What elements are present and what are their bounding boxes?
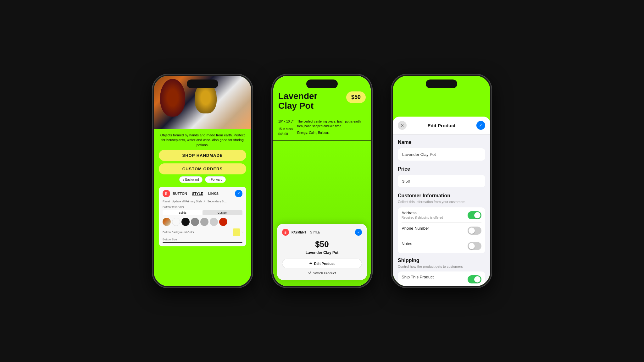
forward-label: Forward <box>211 178 223 181</box>
tab-links[interactable]: LINKS <box>208 192 219 195</box>
spec-stock: 15 in stock <box>278 127 293 132</box>
editor-panel: 🗑 BUTTON STYLE LINKS ✓ Reset Update all … <box>159 187 246 246</box>
customer-info-subtitle: Collect this information from your custo… <box>398 200 485 204</box>
tab-style[interactable]: STYLE <box>192 192 203 195</box>
swatch-gray3[interactable] <box>210 218 218 226</box>
payment-tab-payment[interactable]: PAYMENT <box>291 231 306 234</box>
swatch-brown[interactable] <box>163 218 171 226</box>
payment-delete-btn[interactable]: 🗑 <box>282 229 289 236</box>
product-desc-2: The perfect centering piece. Each pot is… <box>297 119 366 137</box>
ship-toggle[interactable] <box>468 275 481 283</box>
forward-button[interactable]: ↑ Forward <box>205 176 226 183</box>
button-text-color-label: Button Text Color <box>163 206 242 209</box>
edit-product-label: Edit Product <box>314 262 335 266</box>
name-section-label: Name <box>398 140 485 145</box>
backward-button[interactable]: ↓ Backward <box>179 176 203 183</box>
modal-save-button[interactable]: ✓ <box>476 121 485 130</box>
spec-size: 10" x 10.5" <box>278 119 293 124</box>
customer-info-label: Customer Information <box>398 193 485 199</box>
price-badge-2: $50 <box>346 91 366 103</box>
edit-product-button-2[interactable]: ✏ Edit Product <box>282 259 362 268</box>
confirm-button[interactable]: ✓ <box>235 190 242 197</box>
modal-body: Name Price Customer Information Collect … <box>393 134 490 286</box>
forward-icon: ↑ <box>208 178 210 181</box>
payment-product-name: Lavender Clay Pot <box>282 250 362 255</box>
phone-toggle-label: Phone Number <box>402 226 429 231</box>
product-specs: 10" x 10.5" 15 in stock $45.00 <box>278 119 293 137</box>
payment-panel: 🗑 PAYMENT STYLE ✓ $50 Lavender Clay Pot … <box>277 224 367 280</box>
reset-link[interactable]: Reset <box>163 200 170 203</box>
ship-toggle-label: Ship This Product <box>402 275 434 279</box>
payment-price: $50 <box>282 239 362 249</box>
notes-toggle[interactable] <box>468 242 481 250</box>
refresh-icon: ↺ <box>308 271 311 275</box>
backward-icon: ↓ <box>183 178 184 181</box>
update-primary-link[interactable]: Update all Primary Style ↗ <box>172 200 206 203</box>
bg-color-preview[interactable] <box>233 228 240 236</box>
switch-product-button[interactable]: ↺ Switch Product <box>282 271 362 275</box>
backward-label: Backward <box>185 178 199 181</box>
payment-tab-style[interactable]: STYLE <box>310 231 320 234</box>
tab-button[interactable]: BUTTON <box>173 192 187 195</box>
price-input[interactable] <box>398 175 485 187</box>
bg-color-label: Button Background Color <box>163 231 194 234</box>
button-size-slider[interactable] <box>163 242 242 243</box>
swatch-gray2[interactable] <box>200 218 208 226</box>
phone-1: Objects formed by hands and made from ea… <box>152 74 253 288</box>
edit-product-modal: ✕ Edit Product ✓ Name Price Customer Inf… <box>393 117 490 286</box>
price-section-label: Price <box>398 166 485 172</box>
swatch-white[interactable] <box>172 218 180 226</box>
solids-tab[interactable]: Solids <box>163 210 203 215</box>
address-toggle[interactable] <box>468 211 481 219</box>
dynamic-island-1 <box>187 80 218 88</box>
switch-product-label: Switch Product <box>313 271 336 275</box>
spec-price: $45.00 <box>278 132 293 137</box>
product-description-1: Objects formed by hands and made from ea… <box>159 133 246 147</box>
name-input[interactable] <box>398 148 485 161</box>
shop-handmade-button[interactable]: SHOP HANDMADE <box>159 150 246 161</box>
shipping-subtitle: Control how the product gets to customer… <box>398 265 485 268</box>
color-swatches <box>163 218 242 226</box>
product-description-text: The perfect centering piece. Each pot is… <box>297 119 366 129</box>
shipping-section-label: Shipping <box>398 258 485 263</box>
secondary-style-link[interactable]: Secondary St... <box>208 200 227 203</box>
dynamic-island-3 <box>426 80 457 88</box>
button-size-label: Button Size <box>163 238 242 241</box>
payment-confirm-btn[interactable]: ✓ <box>355 229 362 236</box>
modal-close-button[interactable]: ✕ <box>398 121 407 130</box>
address-toggle-label: Address <box>402 211 443 215</box>
product-energy: Energy: Calm, Bulbous <box>297 130 366 135</box>
swatch-red[interactable] <box>219 218 227 226</box>
delete-button[interactable]: 🗑 <box>163 190 170 197</box>
chevron-icon: › <box>242 231 242 234</box>
pencil-icon: ✏ <box>309 261 312 266</box>
phone-toggle[interactable] <box>468 227 481 235</box>
notes-toggle-label: Notes <box>402 241 412 246</box>
phone-2: Lavender Clay Pot $50 10" x 10.5" 15 in … <box>272 74 372 288</box>
phone-3: ✕ Edit Product ✓ Name Price Customer Inf… <box>391 74 492 288</box>
swatch-black[interactable] <box>181 218 190 226</box>
swatch-gray1[interactable] <box>191 218 199 226</box>
product-title-2: Lavender Clay Pot <box>278 91 318 111</box>
custom-tab[interactable]: Custom <box>203 210 242 215</box>
dynamic-island-2 <box>306 80 338 88</box>
custom-orders-button[interactable]: CUSTOM ORDERS <box>159 163 246 174</box>
modal-title: Edit Product <box>427 123 455 128</box>
address-toggle-subtitle: Required if shipping is offered <box>402 216 443 219</box>
